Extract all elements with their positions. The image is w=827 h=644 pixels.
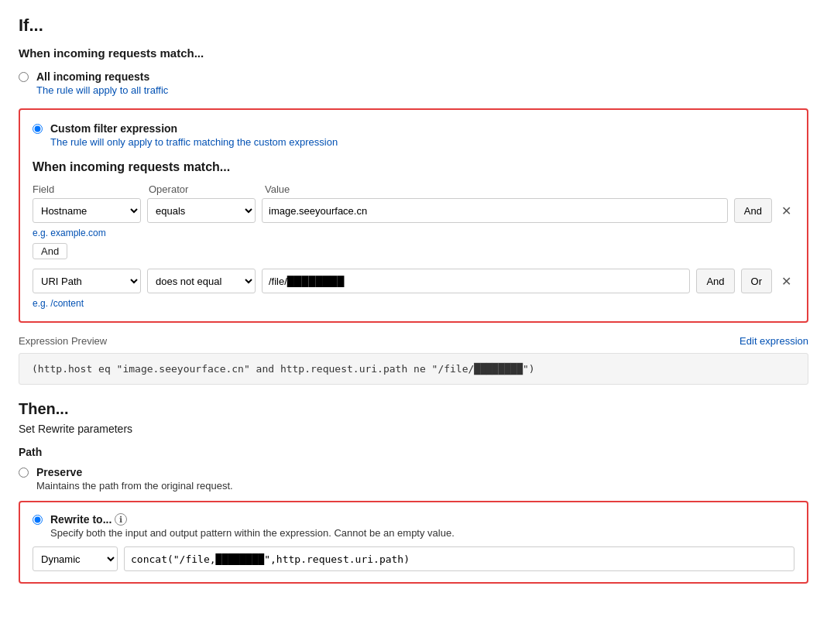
row1-value-input[interactable] — [262, 198, 728, 223]
row1-close-button[interactable]: ✕ — [778, 204, 794, 218]
field-column-label: Field — [33, 183, 141, 195]
and-connector: And — [33, 243, 67, 259]
then-section: Then... Set Rewrite parameters — [19, 400, 808, 435]
section1-heading: When incoming requests match... — [19, 46, 808, 60]
filter-row-1: Hostname URI Path IP Source Address equa… — [33, 198, 794, 223]
row2-field-select[interactable]: URI Path Hostname IP Source Address — [33, 269, 141, 293]
value-column-label: Value — [265, 183, 794, 195]
filter-heading: When incoming requests match... — [33, 160, 794, 174]
path-label: Path — [19, 446, 808, 458]
row2-close-button[interactable]: ✕ — [778, 274, 794, 289]
rewrite-info-icon: ℹ — [115, 513, 127, 526]
custom-filter-option: Custom filter expression The rule will o… — [33, 122, 794, 148]
rewrite-to-box: Rewrite to... ℹ Specify both the input a… — [19, 501, 808, 584]
expression-section: Expression Preview Edit expression (http… — [19, 335, 808, 385]
row2-and-button[interactable]: And — [696, 269, 734, 293]
concat-input[interactable] — [124, 546, 794, 571]
preserve-radio[interactable] — [19, 468, 29, 478]
row1-field-select[interactable]: Hostname URI Path IP Source Address — [33, 198, 141, 223]
custom-filter-box: Custom filter expression The rule will o… — [19, 108, 808, 323]
rewrite-row: Dynamic Static — [33, 546, 794, 571]
rewrite-to-desc: Specify both the input and output patter… — [50, 527, 455, 539]
then-title: Then... — [19, 400, 808, 418]
operator-column-label: Operator — [149, 183, 257, 195]
all-requests-desc: The rule will apply to all traffic — [36, 84, 168, 96]
expression-preview-label: Expression Preview — [19, 335, 107, 347]
row2-hint: e.g. /content — [33, 298, 794, 309]
edit-expression-link[interactable]: Edit expression — [739, 335, 808, 347]
row2-value-input[interactable] — [262, 269, 690, 293]
preserve-desc: Maintains the path from the original req… — [36, 480, 233, 492]
all-requests-radio[interactable] — [19, 72, 29, 82]
custom-filter-radio[interactable] — [33, 124, 43, 134]
rewrite-to-radio[interactable] — [33, 515, 43, 525]
custom-filter-label: Custom filter expression — [50, 122, 338, 135]
row1-and-button[interactable]: And — [734, 198, 772, 223]
row2-or-button[interactable]: Or — [741, 269, 772, 293]
set-rewrite-label: Set Rewrite parameters — [19, 423, 808, 435]
preserve-label: Preserve — [36, 466, 233, 478]
page-title: If... — [19, 15, 808, 36]
all-requests-option: All incoming requests The rule will appl… — [19, 70, 808, 96]
filter-row-2: URI Path Hostname IP Source Address does… — [33, 269, 794, 293]
rewrite-to-label: Rewrite to... — [50, 513, 112, 526]
custom-filter-desc: The rule will only apply to traffic matc… — [50, 136, 338, 148]
expression-preview-box: (http.host eq "image.seeyourface.cn" and… — [19, 353, 808, 385]
dynamic-select[interactable]: Dynamic Static — [33, 546, 118, 571]
preserve-option: Preserve Maintains the path from the ori… — [19, 466, 808, 492]
all-requests-label: All incoming requests — [36, 70, 168, 83]
row1-operator-select[interactable]: equals does not equal contains — [147, 198, 256, 223]
row2-operator-select[interactable]: does not equal equals contains — [147, 269, 256, 293]
rewrite-to-option: Rewrite to... ℹ Specify both the input a… — [33, 513, 794, 539]
row1-hint: e.g. example.com — [33, 228, 794, 238]
